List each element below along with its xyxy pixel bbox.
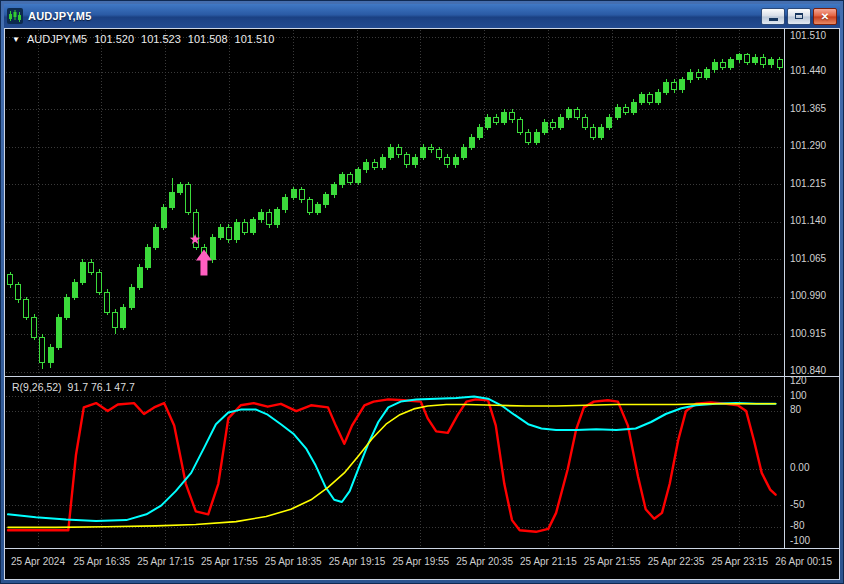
time-axis[interactable]: 25 Apr 202425 Apr 16:3525 Apr 17:1525 Ap…	[4, 549, 840, 580]
indicator-tick-label: 0.00	[790, 462, 809, 473]
quote-symbol: AUDJPY,M5	[27, 33, 87, 45]
quote-high: 101.523	[141, 33, 181, 45]
chart-canvas[interactable]	[4, 28, 840, 580]
restore-button[interactable]	[787, 8, 811, 25]
indicator-tick-label: -100	[790, 535, 810, 546]
chart-icon	[7, 8, 23, 24]
indicator-label: R(9,26,52)91.7 76.1 47.7	[12, 381, 141, 393]
time-tick-label: 25 Apr 2024	[11, 556, 65, 567]
minimize-button[interactable]	[761, 8, 785, 25]
time-tick-label: 25 Apr 18:35	[265, 556, 322, 567]
restore-icon	[795, 13, 803, 19]
quote-low: 101.508	[188, 33, 228, 45]
indicator-tick-label: 120	[790, 375, 807, 386]
minimize-icon	[769, 18, 778, 21]
time-tick-label: 25 Apr 23:15	[711, 556, 768, 567]
chart-client-area: ▼ AUDJPY,M5 101.520 101.523 101.508 101.…	[4, 28, 840, 580]
window-title: AUDJPY,M5	[28, 10, 761, 22]
quote-open: 101.520	[94, 33, 134, 45]
window-titlebar[interactable]: AUDJPY,M5 ✕	[4, 4, 840, 28]
indicator-values: 91.7 76.1 47.7	[68, 381, 135, 393]
indicator-tick-label: 100	[790, 390, 807, 401]
time-tick-label: 26 Apr 00:15	[775, 556, 832, 567]
time-tick-label: 25 Apr 21:55	[584, 556, 641, 567]
quote-line: ▼ AUDJPY,M5 101.520 101.523 101.508 101.…	[12, 33, 274, 45]
symbol-collapse-icon[interactable]: ▼	[12, 35, 20, 44]
time-tick-label: 25 Apr 21:15	[520, 556, 577, 567]
time-tick-label: 25 Apr 19:55	[392, 556, 449, 567]
time-tick-label: 25 Apr 17:55	[201, 556, 258, 567]
indicator-tick-label: -50	[790, 499, 804, 510]
time-tick-label: 25 Apr 20:35	[456, 556, 513, 567]
close-icon: ✕	[821, 10, 829, 23]
time-tick-label: 25 Apr 22:35	[648, 556, 705, 567]
time-tick-label: 25 Apr 17:15	[137, 556, 194, 567]
time-tick-label: 25 Apr 19:15	[329, 556, 386, 567]
indicator-tick-label: -80	[790, 520, 804, 531]
pane-splitter[interactable]	[4, 374, 784, 379]
indicator-name: R(9,26,52)	[12, 381, 62, 393]
close-button[interactable]: ✕	[813, 8, 837, 25]
mt4-chart-window: AUDJPY,M5 ✕ ▼ AUDJPY,M5 101.520 101.523 …	[0, 0, 844, 584]
time-tick-label: 25 Apr 16:35	[73, 556, 130, 567]
indicator-axis[interactable]: 120100800.00-50-80-100	[786, 28, 840, 549]
quote-close: 101.510	[235, 33, 275, 45]
indicator-tick-label: 80	[790, 404, 801, 415]
